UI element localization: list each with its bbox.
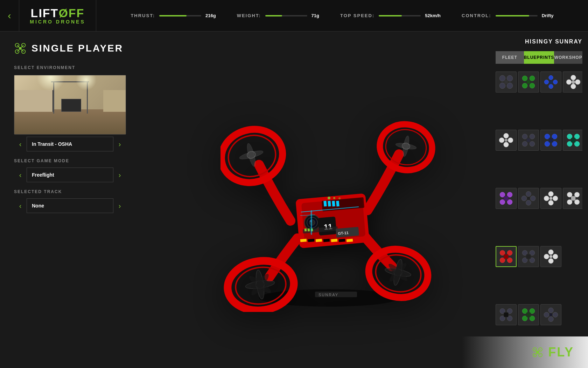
tabs-row: FLEET BLUEPRINTS WORKSHOP: [496, 51, 582, 64]
drone-thumb-18[interactable]: [518, 304, 539, 325]
svg-point-153: [548, 316, 554, 322]
svg-point-154: [544, 312, 549, 318]
drone-thumb-20[interactable]: [563, 304, 582, 325]
main-drone-illustration: 11 GT-11: [220, 88, 438, 312]
control-fill: [496, 15, 529, 16]
center-drone-view: 11 GT-11: [168, 32, 490, 368]
tab-blueprints[interactable]: BLUEPRINTS: [524, 51, 554, 64]
track-selector-row: ‹ None ›: [14, 198, 126, 213]
svg-rect-150: [526, 313, 531, 317]
logo-area: LIFTØFF MICRO DRONES: [19, 0, 96, 32]
back-button[interactable]: ‹: [0, 0, 19, 32]
topspeed-label: TOP SPEED:: [340, 13, 374, 18]
weight-value: 71g: [312, 13, 319, 18]
drone-thumb-9[interactable]: [496, 188, 517, 209]
env-next-button[interactable]: ›: [113, 137, 126, 151]
drone-thumb-15[interactable]: [540, 246, 561, 267]
drone-thumb-5[interactable]: [496, 130, 517, 151]
drone-thumb-7[interactable]: [540, 130, 561, 151]
weight-label: WEIGHT:: [237, 13, 261, 18]
drone-thumb-1[interactable]: [496, 71, 517, 93]
drone-thumb-16[interactable]: [563, 246, 582, 267]
drone-thumb-3[interactable]: [540, 71, 561, 93]
section-heading: SINGLE PLAYER: [31, 43, 123, 54]
svg-point-140: [550, 255, 552, 258]
left-panel: SINGLE PLAYER SELECT ENVIRONMENT: [0, 32, 168, 368]
svg-point-116: [548, 191, 554, 197]
gamemode-prev-button[interactable]: ‹: [14, 168, 27, 182]
drone-thumb-4[interactable]: [563, 71, 582, 93]
drone-thumb-2[interactable]: [518, 71, 539, 93]
svg-point-119: [544, 196, 549, 201]
drone-thumb-19[interactable]: [540, 304, 561, 325]
svg-rect-38: [316, 239, 322, 242]
env-selector-row: ‹ In Transit - OSHA ›: [14, 137, 126, 151]
svg-rect-39: [323, 239, 330, 242]
section-title-row: SINGLE PLAYER: [14, 42, 154, 55]
control-label: CONTROL:: [462, 13, 491, 18]
back-chevron-icon: ‹: [8, 10, 11, 21]
drone-thumb-8[interactable]: [563, 130, 582, 151]
svg-rect-95: [527, 138, 531, 142]
track-prev-button[interactable]: ‹: [14, 198, 27, 213]
stat-topspeed: TOP SPEED: 52km/h: [340, 13, 441, 18]
svg-rect-135: [526, 254, 531, 259]
svg-rect-32: [304, 229, 307, 231]
svg-line-161: [535, 349, 536, 351]
tab-fleet[interactable]: FLEET: [496, 51, 524, 64]
svg-point-152: [553, 312, 558, 318]
svg-rect-42: [346, 239, 353, 242]
stat-control: CONTROL: Drifty: [462, 13, 554, 18]
fly-button[interactable]: FLY: [532, 345, 574, 360]
drone-thumb-11[interactable]: [540, 188, 561, 209]
svg-text:SUNRAY: SUNRAY: [318, 293, 338, 297]
svg-rect-70: [504, 80, 508, 84]
thrust-label: THRUST:: [131, 13, 155, 18]
svg-rect-37: [308, 239, 315, 242]
svg-point-78: [549, 84, 553, 89]
tab-workshop[interactable]: WORKSHOP: [554, 51, 582, 64]
weight-fill: [265, 15, 282, 16]
gamemode-next-button[interactable]: ›: [113, 168, 126, 182]
svg-point-79: [544, 80, 549, 84]
drone-grid: [496, 71, 582, 361]
svg-point-151: [548, 308, 554, 313]
svg-rect-100: [549, 138, 553, 143]
svg-point-63: [328, 197, 330, 199]
svg-point-88: [504, 142, 509, 147]
track-next-button[interactable]: ›: [113, 198, 126, 213]
svg-rect-27: [332, 201, 335, 207]
gamemode-selector-row: ‹ Freeflight ›: [14, 168, 126, 182]
thrust-bar: [159, 15, 201, 16]
svg-point-64: [333, 197, 335, 199]
drone-thumb-6[interactable]: [518, 130, 539, 151]
track-section: SELECTED TRACK ‹ None ›: [14, 189, 154, 213]
svg-point-73: [522, 83, 527, 88]
topspeed-fill: [379, 15, 402, 16]
svg-rect-36: [300, 239, 307, 242]
svg-rect-26: [328, 201, 331, 207]
fly-drone-icon: [532, 347, 543, 358]
env-value: In Transit - OSHA: [27, 137, 113, 151]
drone-thumb-selected[interactable]: [496, 246, 517, 267]
drone-thumb-14[interactable]: [518, 246, 539, 267]
logo: LIFTØFF MICRO DRONES: [30, 7, 85, 25]
drone-thumb-10[interactable]: [518, 188, 539, 209]
svg-point-76: [549, 75, 553, 80]
control-bar: [496, 15, 538, 16]
svg-rect-75: [527, 80, 531, 84]
weight-bar: [265, 15, 307, 16]
single-player-icon: [14, 42, 27, 55]
svg-point-117: [553, 196, 558, 201]
topspeed-bar: [379, 15, 421, 16]
svg-rect-105: [571, 138, 576, 143]
drone-thumb-12[interactable]: [563, 188, 582, 209]
svg-rect-33: [308, 229, 310, 231]
drone-thumb-17[interactable]: [496, 304, 517, 325]
env-prev-button[interactable]: ‹: [14, 137, 27, 151]
svg-point-93: [522, 141, 527, 146]
svg-point-92: [530, 134, 535, 139]
svg-point-138: [548, 258, 554, 264]
svg-line-164: [539, 354, 540, 355]
svg-rect-25: [323, 201, 327, 207]
